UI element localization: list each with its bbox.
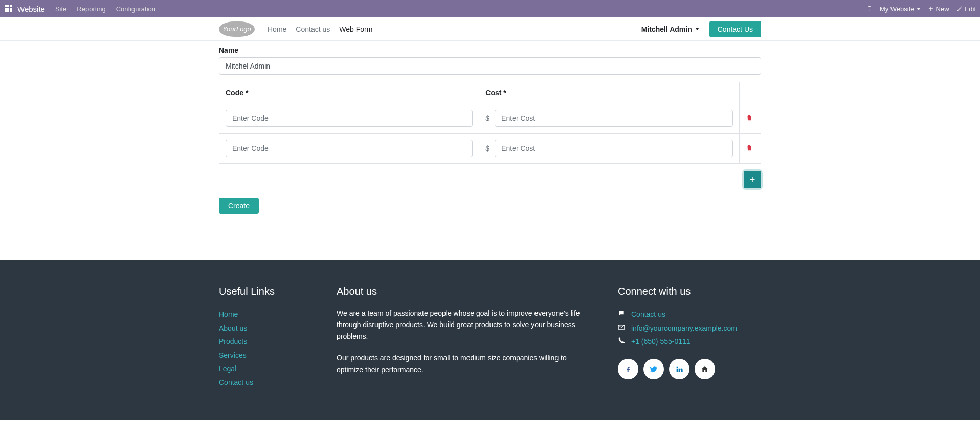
create-button[interactable]: Create	[219, 198, 259, 214]
topbar-menu-site[interactable]: Site	[55, 5, 66, 13]
new-label: New	[936, 5, 949, 13]
cost-input[interactable]	[495, 110, 733, 127]
line-items-table: Code * Cost * $$	[219, 82, 761, 164]
topbar-menu-reporting[interactable]: Reporting	[77, 5, 105, 13]
svg-point-1	[869, 10, 870, 11]
facebook-icon[interactable]	[618, 359, 638, 379]
envelope-icon	[618, 321, 625, 335]
contact-us-button[interactable]: Contact Us	[709, 21, 761, 37]
topbar-brand[interactable]: Website	[17, 5, 45, 13]
topbar-menu-configuration[interactable]: Configuration	[116, 5, 155, 13]
topbar: Website Site Reporting Configuration My …	[0, 0, 980, 17]
add-row-button[interactable]: +	[744, 171, 761, 188]
footer: Useful Links Home About us Products Serv…	[0, 260, 980, 420]
connect-title: Connect with us	[618, 286, 761, 297]
site-logo-text: YourLogo	[222, 25, 251, 33]
connect-email-link[interactable]: info@yourcompany.example.com	[631, 321, 737, 335]
cost-input[interactable]	[495, 140, 733, 157]
chevron-down-icon	[917, 8, 921, 10]
footer-link-home[interactable]: Home	[219, 308, 311, 321]
chevron-down-icon	[695, 28, 699, 30]
phone-icon	[618, 335, 625, 349]
code-input[interactable]	[226, 140, 473, 157]
delete-row-icon[interactable]	[746, 115, 753, 123]
useful-links-title: Useful Links	[219, 286, 311, 297]
linkedin-icon[interactable]	[669, 359, 689, 379]
user-dropdown[interactable]: Mitchell Admin	[641, 25, 699, 33]
nav-home[interactable]: Home	[268, 25, 286, 33]
table-row: $	[219, 103, 761, 134]
nav-contact-us[interactable]: Contact us	[296, 25, 330, 33]
delete-row-icon[interactable]	[746, 145, 753, 153]
footer-useful-links: Useful Links Home About us Products Serv…	[219, 286, 311, 390]
footer-link-about[interactable]: About us	[219, 321, 311, 335]
name-label: Name	[219, 46, 761, 54]
my-website-dropdown[interactable]: My Website	[880, 5, 921, 13]
connect-contact-link[interactable]: Contact us	[631, 308, 665, 321]
connect-phone-link[interactable]: +1 (650) 555-0111	[631, 335, 691, 349]
about-title: About us	[337, 286, 582, 297]
about-paragraph-2: Our products are designed for small to m…	[337, 352, 582, 375]
nav-web-form[interactable]: Web Form	[339, 25, 372, 33]
currency-symbol: $	[485, 144, 489, 153]
name-input[interactable]	[219, 57, 761, 75]
footer-link-products[interactable]: Products	[219, 335, 311, 349]
footer-connect: Connect with us Contact us info@yourcomp…	[618, 286, 761, 390]
new-button[interactable]: New	[928, 5, 949, 13]
code-header: Code *	[219, 82, 479, 103]
about-paragraph-1: We are a team of passionate people whose…	[337, 308, 582, 342]
twitter-icon[interactable]	[643, 359, 664, 379]
footer-link-services[interactable]: Services	[219, 349, 311, 362]
code-input[interactable]	[226, 110, 473, 127]
apps-icon[interactable]	[4, 5, 12, 13]
mobile-preview-icon[interactable]	[866, 6, 873, 12]
cost-header: Cost *	[479, 82, 739, 103]
user-name-label: Mitchell Admin	[641, 25, 692, 33]
currency-symbol: $	[485, 114, 489, 122]
footer-about: About us We are a team of passionate peo…	[337, 286, 582, 390]
speech-bubble-icon	[618, 308, 625, 321]
footer-link-contact[interactable]: Contact us	[219, 376, 311, 390]
footer-link-legal[interactable]: Legal	[219, 362, 311, 376]
edit-label: Edit	[965, 5, 976, 13]
edit-button[interactable]: Edit	[956, 5, 976, 13]
home-icon[interactable]	[695, 359, 715, 379]
site-logo[interactable]: YourLogo	[219, 21, 255, 37]
main-content: Name Code * Cost * $$ + Create	[211, 41, 769, 240]
my-website-label: My Website	[880, 5, 915, 13]
site-navbar: YourLogo Home Contact us Web Form Mitche…	[0, 17, 980, 41]
table-row: $	[219, 134, 761, 164]
